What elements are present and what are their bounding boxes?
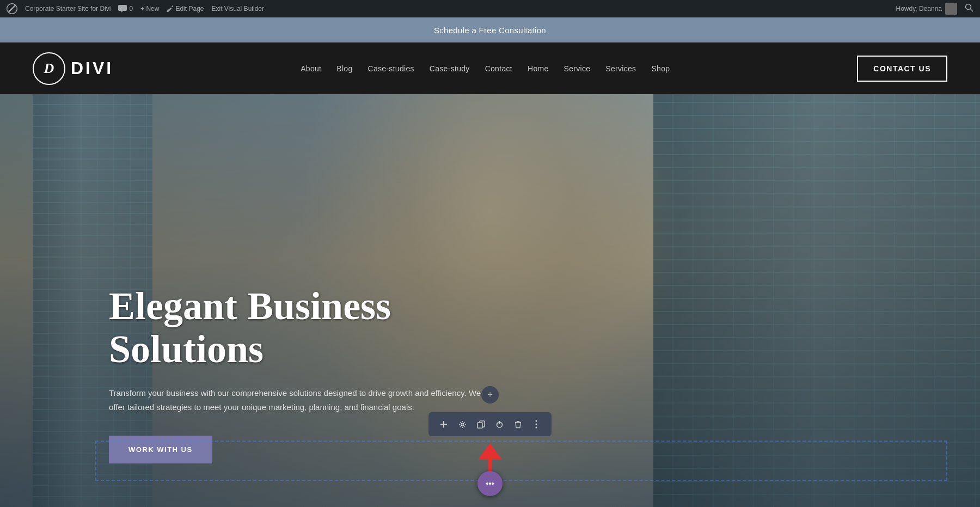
svg-point-8 xyxy=(536,420,537,422)
svg-rect-5 xyxy=(477,423,482,428)
nav-services[interactable]: Services xyxy=(605,64,636,74)
purple-fab-button[interactable] xyxy=(477,471,503,496)
nav-service-link[interactable]: Service xyxy=(564,64,591,73)
search-icon[interactable] xyxy=(965,3,973,14)
power-icon xyxy=(495,420,504,429)
comment-count: 0 xyxy=(129,5,133,13)
edit-page-button[interactable]: Edit Page xyxy=(167,5,204,13)
svg-line-1 xyxy=(971,9,973,12)
top-banner[interactable]: Schedule a Free Consultation xyxy=(0,17,980,42)
nav-about-link[interactable]: About xyxy=(301,64,321,73)
banner-text: Schedule a Free Consultation xyxy=(434,26,546,35)
wordpress-icon xyxy=(7,3,17,14)
hero-title-line1: Elegant Business xyxy=(109,284,391,328)
logo-icon: D xyxy=(33,52,65,85)
wp-logo[interactable] xyxy=(7,3,17,14)
toolbar-delete-button[interactable] xyxy=(510,417,525,432)
svg-point-15 xyxy=(492,482,494,485)
hero-content: Elegant Business Solutions Transform you… xyxy=(0,285,490,463)
nav-home[interactable]: Home xyxy=(528,64,549,74)
nav-shop[interactable]: Shop xyxy=(651,64,670,74)
hero-subtitle: Transform your business with our compreh… xyxy=(109,386,490,414)
hero-title-line2: Solutions xyxy=(109,327,264,371)
gear-icon xyxy=(458,420,467,429)
nav-contact-link[interactable]: Contact xyxy=(485,64,512,73)
hero-title: Elegant Business Solutions xyxy=(109,285,490,371)
svg-point-10 xyxy=(536,427,537,429)
more-icon xyxy=(535,420,537,429)
site-header: D DIVI About Blog Case-studies Case-stud… xyxy=(0,42,980,94)
svg-point-9 xyxy=(536,424,537,425)
nav-links: About Blog Case-studies Case-study Conta… xyxy=(301,64,670,74)
nav-case-studies-link[interactable]: Case-studies xyxy=(368,64,414,73)
nav-about[interactable]: About xyxy=(301,64,321,74)
toolbar-duplicate-button[interactable] xyxy=(473,417,488,432)
howdy-user: Howdy, Deanna xyxy=(896,3,958,15)
nav-shop-link[interactable]: Shop xyxy=(651,64,670,73)
admin-bar: Corporate Starter Site for Divi 0 + New … xyxy=(0,0,980,17)
logo-area[interactable]: D DIVI xyxy=(33,52,113,85)
work-with-us-button[interactable]: WORK WITH US xyxy=(109,436,212,463)
toolbar-inner xyxy=(428,412,552,436)
logo-letter: D xyxy=(44,60,54,77)
trash-icon xyxy=(514,420,522,429)
fab-dots-icon xyxy=(485,479,495,488)
nav-home-link[interactable]: Home xyxy=(528,64,549,73)
divi-section-toolbar xyxy=(428,412,552,436)
toolbar-add-button[interactable] xyxy=(436,417,451,432)
nav-case-study-link[interactable]: Case-study xyxy=(430,64,470,73)
toolbar-disable-button[interactable] xyxy=(492,417,507,432)
nav-blog[interactable]: Blog xyxy=(336,64,352,74)
svg-marker-12 xyxy=(478,443,502,460)
main-nav: About Blog Case-studies Case-study Conta… xyxy=(301,64,670,74)
new-button[interactable]: + New xyxy=(140,5,159,13)
nav-contact[interactable]: Contact xyxy=(485,64,512,74)
svg-point-4 xyxy=(461,423,464,426)
toolbar-settings-button[interactable] xyxy=(455,417,470,432)
nav-service[interactable]: Service xyxy=(564,64,591,74)
hero-section: Elegant Business Solutions Transform you… xyxy=(0,94,980,507)
howdy-label: Howdy, Deanna xyxy=(896,5,942,13)
logo-text: DIVI xyxy=(71,58,113,78)
user-avatar xyxy=(945,3,957,15)
copy-icon xyxy=(477,420,485,429)
add-module-icon: + xyxy=(487,389,493,401)
svg-point-13 xyxy=(486,482,488,485)
svg-point-0 xyxy=(966,4,971,10)
toolbar-more-button[interactable] xyxy=(529,417,544,432)
nav-case-studies[interactable]: Case-studies xyxy=(368,64,414,74)
plus-icon xyxy=(440,420,448,428)
pencil-icon xyxy=(167,5,173,12)
comment-icon xyxy=(118,5,127,13)
nav-services-link[interactable]: Services xyxy=(605,64,636,73)
nav-blog-link[interactable]: Blog xyxy=(336,64,352,73)
exit-builder-button[interactable]: Exit Visual Builder xyxy=(211,5,264,13)
contact-us-button[interactable]: CONTACT US xyxy=(857,56,947,82)
comment-bubble[interactable]: 0 xyxy=(118,5,133,13)
add-module-button[interactable]: + xyxy=(481,386,499,404)
svg-point-14 xyxy=(489,482,491,485)
nav-case-study[interactable]: Case-study xyxy=(430,64,470,74)
edit-page-label: Edit Page xyxy=(175,5,204,13)
site-name[interactable]: Corporate Starter Site for Divi xyxy=(25,5,111,13)
